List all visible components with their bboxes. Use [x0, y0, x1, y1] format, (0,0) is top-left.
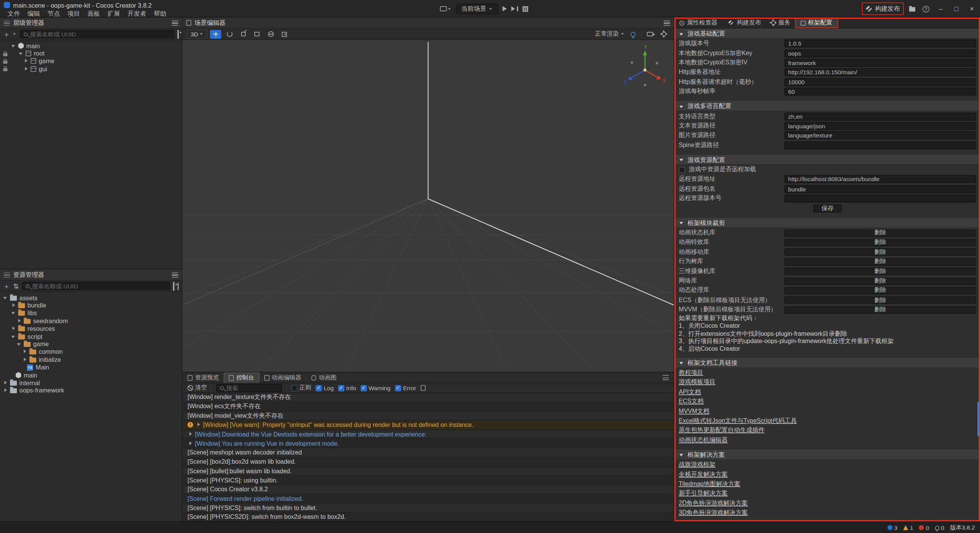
minimize-button[interactable]: –	[936, 5, 945, 13]
scale-tool-button[interactable]	[238, 30, 249, 39]
info-counter[interactable]: 3	[887, 524, 898, 531]
log-row[interactable]: [Scene] Cocos Creator v3.8.2	[183, 485, 674, 494]
scene-viewport-canvas[interactable]: Y X Z	[183, 40, 674, 372]
delete-button[interactable]: 删除	[784, 296, 976, 304]
crypto-iv-input[interactable]	[784, 59, 976, 67]
collapsed-arrow-icon[interactable]	[23, 67, 28, 72]
section-resource-config[interactable]: 游戏资源配置	[675, 155, 980, 165]
expand-arrow-icon[interactable]	[16, 342, 21, 347]
menu-file[interactable]: 文件	[4, 9, 24, 18]
collapsed-arrow-icon[interactable]	[22, 357, 27, 362]
lock-icon[interactable]	[3, 53, 7, 56]
log-row[interactable]: [Window] render_texture文件夹不存在	[183, 393, 674, 402]
collapsed-arrow-icon[interactable]	[3, 380, 8, 385]
tree-node-main[interactable]: main	[0, 42, 182, 49]
assets-search-input[interactable]	[32, 283, 167, 289]
tab-animation-editor[interactable]: 动画编辑器	[259, 373, 306, 383]
tab-console[interactable]: 控制台	[224, 373, 259, 383]
log-row-warning[interactable]: [Window] [Vue warn]: Property "onInput" …	[183, 421, 674, 430]
remote-load-checkbox[interactable]	[679, 167, 685, 173]
log-row[interactable]: [Scene] [box2d]:box2d wasm lib loaded.	[183, 458, 674, 467]
console-logs[interactable]: [Window] render_texture文件夹不存在 [Window] e…	[183, 393, 674, 522]
expand-arrow-icon[interactable]	[11, 311, 16, 316]
tree-node-gui[interactable]: gui	[0, 65, 182, 73]
collapsed-arrow-icon[interactable]	[22, 350, 27, 355]
tree-node-game[interactable]: game	[0, 57, 182, 65]
open-project-folder-icon[interactable]	[909, 7, 915, 11]
expand-arrow-icon[interactable]	[11, 43, 16, 48]
log-row[interactable]: [Scene] meshopt wasm decoder initialized	[183, 448, 674, 458]
game-version-input[interactable]	[784, 39, 976, 47]
language-types-input[interactable]	[784, 112, 976, 120]
delete-button[interactable]: 删除	[784, 249, 976, 256]
world-space-button[interactable]	[265, 30, 276, 39]
crypto-key-input[interactable]	[784, 49, 976, 57]
help-icon[interactable]	[923, 5, 929, 12]
section-doc-links[interactable]: 框架文档工具链接	[675, 358, 980, 368]
tab-services[interactable]: 服务	[766, 18, 795, 28]
error-counter[interactable]: 0	[919, 524, 929, 531]
expand-arrow-icon[interactable]	[11, 334, 16, 339]
frame-rate-input[interactable]	[784, 88, 976, 96]
delete-button[interactable]: 删除	[784, 277, 976, 285]
render-mode-dropdown[interactable]: 正常渲染	[595, 30, 625, 38]
asset-node-common[interactable]: common	[0, 348, 182, 356]
asset-node-seedrandom[interactable]: seedrandom	[0, 317, 182, 325]
play-button[interactable]	[503, 6, 507, 11]
log-row[interactable]: [Window] ecs文件夹不存在	[183, 402, 674, 412]
remote-address-input[interactable]	[784, 175, 976, 183]
rotate-tool-button[interactable]	[224, 30, 235, 39]
tab-asset-preview[interactable]: 资源预览	[183, 373, 224, 383]
scene-selector-dropdown[interactable]: 当前场景	[456, 3, 498, 14]
asset-node-Main[interactable]: Main	[0, 363, 182, 371]
menu-panel[interactable]: 面板	[84, 9, 104, 18]
asset-node-initialize[interactable]: initialize	[0, 356, 182, 363]
device-preview-button[interactable]	[440, 6, 452, 11]
filter-log-checkbox[interactable]: Log	[315, 384, 333, 391]
delete-button[interactable]: 删除	[784, 258, 976, 266]
camera-settings-button[interactable]	[644, 30, 655, 39]
panel-menu-icon[interactable]	[664, 20, 670, 25]
asset-node-assets[interactable]: assets	[0, 294, 182, 301]
delete-button[interactable]: 删除	[784, 287, 976, 294]
log-row-info[interactable]: [Scene] Forward render pipeline initiali…	[183, 494, 674, 504]
asset-node-libs[interactable]: libs	[0, 309, 182, 317]
create-node-dropdown-icon[interactable]	[13, 31, 17, 36]
filter-info-checkbox[interactable]: Info	[338, 384, 356, 391]
asset-node-game[interactable]: game	[0, 340, 182, 348]
spine-path-input[interactable]	[784, 141, 976, 149]
collapsed-arrow-icon[interactable]	[11, 326, 16, 331]
http-timeout-input[interactable]	[784, 78, 976, 86]
move-tool-button[interactable]	[210, 30, 221, 39]
tab-animation-graph[interactable]: 动画图	[306, 373, 341, 383]
panel-menu-icon[interactable]	[172, 272, 178, 277]
expand-arrow-icon[interactable]	[188, 432, 193, 437]
collapsed-arr-icon[interactable]	[16, 319, 21, 324]
assets-filter-icon[interactable]	[173, 283, 174, 289]
log-row-info[interactable]: [Window] Download the Vue Devtools exten…	[183, 430, 674, 439]
scrollbar-thumb[interactable]	[977, 402, 979, 437]
panel-menu-icon[interactable]	[663, 375, 669, 380]
log-row[interactable]: [Scene] [PHYSICS]: switch from builtin t…	[183, 504, 674, 513]
asset-node-internal[interactable]: internal	[0, 379, 182, 387]
texture-path-input[interactable]	[784, 131, 976, 139]
axis-gizmo[interactable]: Y X Z	[624, 44, 666, 86]
section-solutions[interactable]: 框架解决方案	[675, 450, 980, 460]
filter-warning-checkbox[interactable]: Warning	[361, 384, 390, 391]
text-path-input[interactable]	[784, 122, 976, 130]
collapsed-arrow-icon[interactable]	[23, 59, 28, 64]
create-node-button[interactable]: ＋	[3, 31, 10, 37]
http-server-input[interactable]	[784, 69, 976, 77]
hierarchy-search-input[interactable]	[30, 31, 170, 38]
menu-project[interactable]: 项目	[64, 9, 84, 18]
collapsed-arrow-icon[interactable]	[11, 303, 16, 308]
tab-property-inspector[interactable]: 属性检查器	[675, 18, 723, 28]
tab-build-publish[interactable]: 构建发布	[722, 18, 766, 28]
remote-version-input[interactable]	[784, 195, 976, 203]
build-publish-button[interactable]: 构建发布	[864, 4, 902, 14]
tab-framework-config[interactable]: 框架配置	[795, 18, 838, 28]
mode-3d-button[interactable]: 3D	[187, 29, 207, 39]
refresh-icon[interactable]	[178, 283, 179, 289]
delete-button[interactable]: 删除	[784, 229, 976, 237]
lock-icon[interactable]	[3, 60, 7, 64]
